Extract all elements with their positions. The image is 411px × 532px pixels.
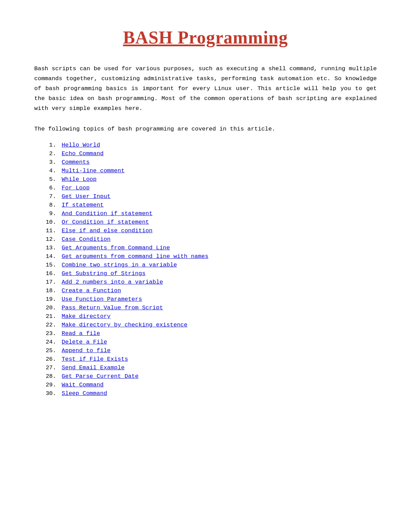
toc-number: 27. — [41, 364, 62, 371]
toc-link[interactable]: Or Condition if statement — [62, 219, 149, 225]
toc-number: 23. — [41, 330, 62, 337]
list-item: 4.Multi-line comment — [41, 168, 377, 174]
list-item: 14.Get arguments from command line with … — [41, 253, 377, 260]
list-item: 11.Else if and else condition — [41, 227, 377, 234]
toc-link[interactable]: For Loop — [62, 185, 90, 191]
toc-number: 5. — [41, 176, 62, 183]
list-item: 27.Send Email Example — [41, 364, 377, 371]
toc-number: 22. — [41, 322, 62, 328]
toc-link[interactable]: Sleep Command — [62, 390, 107, 397]
toc-link[interactable]: Get Parse Current Date — [62, 373, 138, 380]
toc-link[interactable]: Comments — [62, 159, 90, 165]
list-item: 24.Delete a File — [41, 339, 377, 345]
table-of-contents: 1.Hello World2.Echo Command3.Comments4.M… — [41, 142, 377, 397]
intro-paragraph: Bash scripts can be used for various pur… — [34, 64, 377, 113]
toc-link[interactable]: Else if and else condition — [62, 227, 152, 234]
toc-number: 21. — [41, 313, 62, 320]
toc-number: 15. — [41, 262, 62, 268]
list-item: 2.Echo Command — [41, 150, 377, 157]
toc-number: 1. — [41, 142, 62, 148]
list-item: 25.Append to file — [41, 347, 377, 354]
list-item: 12.Case Condition — [41, 236, 377, 243]
toc-link[interactable]: Read a file — [62, 330, 100, 337]
list-item: 26.Test if File Exists — [41, 356, 377, 362]
toc-link[interactable]: Wait Command — [62, 382, 103, 388]
toc-link[interactable]: Echo Command — [62, 150, 103, 157]
toc-number: 10. — [41, 219, 62, 225]
toc-number: 12. — [41, 236, 62, 243]
toc-number: 2. — [41, 150, 62, 157]
list-item: 16.Get Substring of Strings — [41, 270, 377, 277]
toc-number: 26. — [41, 356, 62, 362]
list-item: 5.While Loop — [41, 176, 377, 183]
toc-link[interactable]: Case Condition — [62, 236, 111, 243]
list-item: 7.Get User Input — [41, 193, 377, 200]
toc-number: 28. — [41, 373, 62, 380]
list-item: 13.Get Arguments from Command Line — [41, 245, 377, 251]
toc-number: 30. — [41, 390, 62, 397]
toc-link[interactable]: Multi-line comment — [62, 168, 125, 174]
toc-link[interactable]: Test if File Exists — [62, 356, 128, 362]
toc-link[interactable]: Send Email Example — [62, 364, 125, 371]
toc-link[interactable]: Get User Input — [62, 193, 111, 200]
toc-link[interactable]: And Condition if statement — [62, 210, 152, 217]
toc-number: 18. — [41, 287, 62, 294]
toc-link[interactable]: Make directory — [62, 313, 111, 320]
toc-number: 9. — [41, 210, 62, 217]
toc-link[interactable]: Delete a File — [62, 339, 107, 345]
topics-intro: The following topics of bash programming… — [34, 126, 377, 132]
list-item: 20.Pass Return Value from Script — [41, 305, 377, 311]
toc-number: 4. — [41, 168, 62, 174]
list-item: 8.If statement — [41, 202, 377, 208]
list-item: 17.Add 2 numbers into a variable — [41, 279, 377, 285]
toc-link[interactable]: Get Arguments from Command Line — [62, 245, 170, 251]
toc-link[interactable]: Create a Function — [62, 287, 121, 294]
toc-number: 6. — [41, 185, 62, 191]
toc-number: 24. — [41, 339, 62, 345]
list-item: 21.Make directory — [41, 313, 377, 320]
list-item: 29.Wait Command — [41, 382, 377, 388]
list-item: 22.Make directory by checking existence — [41, 322, 377, 328]
toc-link[interactable]: Use Function Parameters — [62, 296, 142, 302]
toc-link[interactable]: If statement — [62, 202, 103, 208]
toc-number: 25. — [41, 347, 62, 354]
toc-number: 20. — [41, 305, 62, 311]
list-item: 19.Use Function Parameters — [41, 296, 377, 302]
toc-link[interactable]: Add 2 numbers into a variable — [62, 279, 163, 285]
list-item: 6.For Loop — [41, 185, 377, 191]
toc-link[interactable]: Get arguments from command line with nam… — [62, 253, 208, 260]
list-item: 28.Get Parse Current Date — [41, 373, 377, 380]
list-item: 1.Hello World — [41, 142, 377, 148]
toc-link[interactable]: Combine two strings in a variable — [62, 262, 177, 268]
toc-number: 7. — [41, 193, 62, 200]
list-item: 10.Or Condition if statement — [41, 219, 377, 225]
toc-link[interactable]: Get Substring of Strings — [62, 270, 146, 277]
page-title: BASH Programming — [34, 27, 377, 48]
toc-number: 16. — [41, 270, 62, 277]
toc-number: 11. — [41, 227, 62, 234]
toc-link[interactable]: Hello World — [62, 142, 100, 148]
toc-number: 13. — [41, 245, 62, 251]
list-item: 9.And Condition if statement — [41, 210, 377, 217]
toc-number: 3. — [41, 159, 62, 165]
toc-number: 14. — [41, 253, 62, 260]
toc-link[interactable]: While Loop — [62, 176, 97, 183]
list-item: 23.Read a file — [41, 330, 377, 337]
toc-number: 8. — [41, 202, 62, 208]
toc-number: 19. — [41, 296, 62, 302]
list-item: 3.Comments — [41, 159, 377, 165]
list-item: 15.Combine two strings in a variable — [41, 262, 377, 268]
toc-link[interactable]: Append to file — [62, 347, 111, 354]
toc-link[interactable]: Make directory by checking existence — [62, 322, 187, 328]
toc-number: 17. — [41, 279, 62, 285]
toc-number: 29. — [41, 382, 62, 388]
list-item: 30.Sleep Command — [41, 390, 377, 397]
list-item: 18.Create a Function — [41, 287, 377, 294]
toc-link[interactable]: Pass Return Value from Script — [62, 305, 163, 311]
